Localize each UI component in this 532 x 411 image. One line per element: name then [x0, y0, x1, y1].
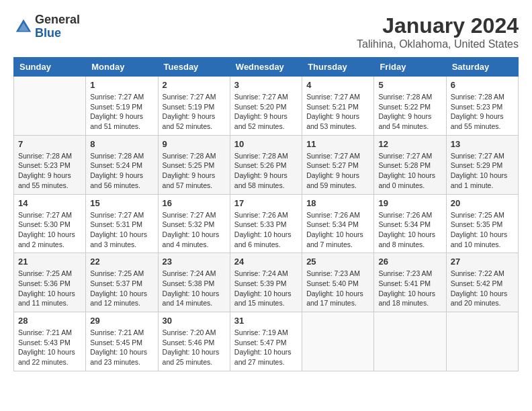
calendar-cell: 29Sunrise: 7:21 AMSunset: 5:45 PMDayligh… [86, 312, 158, 371]
header-sunday: Sunday [14, 58, 86, 77]
day-info: Sunrise: 7:27 AMSunset: 5:21 PMDaylight:… [306, 92, 369, 132]
day-number: 6 [451, 80, 514, 90]
calendar-cell: 3Sunrise: 7:27 AMSunset: 5:20 PMDaylight… [230, 77, 302, 136]
calendar-cell: 7Sunrise: 7:28 AMSunset: 5:23 PMDaylight… [14, 135, 86, 194]
calendar-cell [374, 312, 446, 371]
calendar-cell [302, 312, 374, 371]
calendar-cell [446, 312, 518, 371]
calendar-cell: 10Sunrise: 7:28 AMSunset: 5:26 PMDayligh… [230, 135, 302, 194]
day-info: Sunrise: 7:27 AMSunset: 5:28 PMDaylight:… [378, 151, 441, 191]
day-number: 31 [234, 316, 298, 326]
calendar-cell: 23Sunrise: 7:24 AMSunset: 5:38 PMDayligh… [158, 253, 230, 312]
header: General Blue January 2024 Talihina, Okla… [13, 13, 519, 50]
day-info: Sunrise: 7:25 AMSunset: 5:35 PMDaylight:… [451, 210, 514, 250]
day-number: 26 [378, 257, 441, 267]
day-info: Sunrise: 7:24 AMSunset: 5:39 PMDaylight:… [234, 269, 298, 308]
day-number: 17 [234, 198, 298, 208]
calendar-cell: 12Sunrise: 7:27 AMSunset: 5:28 PMDayligh… [374, 135, 446, 194]
day-info: Sunrise: 7:28 AMSunset: 5:22 PMDaylight:… [378, 92, 441, 132]
calendar-week-2: 7Sunrise: 7:28 AMSunset: 5:23 PMDaylight… [14, 135, 519, 194]
day-number: 11 [306, 139, 369, 149]
calendar-cell: 16Sunrise: 7:27 AMSunset: 5:32 PMDayligh… [158, 194, 230, 253]
calendar-cell: 6Sunrise: 7:28 AMSunset: 5:23 PMDaylight… [446, 77, 518, 136]
header-thursday: Thursday [302, 58, 374, 77]
header-tuesday: Tuesday [158, 58, 230, 77]
day-number: 24 [234, 257, 298, 267]
day-info: Sunrise: 7:27 AMSunset: 5:20 PMDaylight:… [234, 92, 298, 132]
day-info: Sunrise: 7:27 AMSunset: 5:19 PMDaylight:… [90, 92, 153, 132]
day-info: Sunrise: 7:23 AMSunset: 5:41 PMDaylight:… [378, 269, 441, 308]
calendar-cell [14, 77, 86, 136]
calendar-cell: 5Sunrise: 7:28 AMSunset: 5:22 PMDaylight… [374, 77, 446, 136]
day-number: 1 [90, 80, 153, 90]
day-number: 28 [18, 316, 81, 326]
day-number: 15 [90, 198, 153, 208]
logo-text: General Blue [35, 13, 80, 40]
day-number: 4 [306, 80, 369, 90]
day-number: 23 [163, 257, 226, 267]
calendar-week-5: 28Sunrise: 7:21 AMSunset: 5:43 PMDayligh… [14, 312, 519, 371]
day-number: 27 [451, 257, 514, 267]
calendar-table: SundayMondayTuesdayWednesdayThursdayFrid… [13, 57, 519, 371]
day-number: 19 [378, 198, 441, 208]
logo-blue: Blue [35, 27, 80, 40]
title-section: January 2024 Talihina, Oklahoma, United … [357, 13, 519, 50]
logo-icon [13, 17, 34, 37]
header-row: SundayMondayTuesdayWednesdayThursdayFrid… [14, 58, 519, 77]
day-number: 18 [306, 198, 369, 208]
day-info: Sunrise: 7:28 AMSunset: 5:23 PMDaylight:… [18, 151, 81, 191]
calendar-cell: 31Sunrise: 7:19 AMSunset: 5:47 PMDayligh… [230, 312, 302, 371]
calendar-cell: 4Sunrise: 7:27 AMSunset: 5:21 PMDaylight… [302, 77, 374, 136]
calendar-cell: 28Sunrise: 7:21 AMSunset: 5:43 PMDayligh… [14, 312, 86, 371]
day-number: 21 [18, 257, 81, 267]
day-info: Sunrise: 7:19 AMSunset: 5:47 PMDaylight:… [234, 328, 298, 367]
day-number: 2 [163, 80, 226, 90]
calendar-cell: 13Sunrise: 7:27 AMSunset: 5:29 PMDayligh… [446, 135, 518, 194]
day-info: Sunrise: 7:25 AMSunset: 5:37 PMDaylight:… [90, 269, 153, 308]
day-info: Sunrise: 7:26 AMSunset: 5:33 PMDaylight:… [234, 210, 298, 250]
day-number: 29 [90, 316, 153, 326]
day-info: Sunrise: 7:25 AMSunset: 5:36 PMDaylight:… [18, 269, 81, 308]
calendar-cell: 27Sunrise: 7:22 AMSunset: 5:42 PMDayligh… [446, 253, 518, 312]
header-monday: Monday [86, 58, 158, 77]
day-number: 8 [90, 139, 153, 149]
day-info: Sunrise: 7:28 AMSunset: 5:26 PMDaylight:… [234, 151, 298, 191]
day-number: 16 [163, 198, 226, 208]
day-number: 10 [234, 139, 298, 149]
day-info: Sunrise: 7:21 AMSunset: 5:45 PMDaylight:… [90, 328, 153, 367]
calendar-cell: 17Sunrise: 7:26 AMSunset: 5:33 PMDayligh… [230, 194, 302, 253]
day-info: Sunrise: 7:26 AMSunset: 5:34 PMDaylight:… [378, 210, 441, 250]
day-number: 13 [451, 139, 514, 149]
day-info: Sunrise: 7:27 AMSunset: 5:29 PMDaylight:… [451, 151, 514, 191]
day-info: Sunrise: 7:27 AMSunset: 5:32 PMDaylight:… [163, 210, 226, 250]
day-info: Sunrise: 7:27 AMSunset: 5:27 PMDaylight:… [306, 151, 369, 191]
day-info: Sunrise: 7:28 AMSunset: 5:25 PMDaylight:… [163, 151, 226, 191]
day-info: Sunrise: 7:26 AMSunset: 5:34 PMDaylight:… [306, 210, 369, 250]
calendar-title: January 2024 [357, 13, 519, 38]
calendar-header: SundayMondayTuesdayWednesdayThursdayFrid… [14, 58, 519, 77]
day-info: Sunrise: 7:22 AMSunset: 5:42 PMDaylight:… [451, 269, 514, 308]
day-info: Sunrise: 7:28 AMSunset: 5:24 PMDaylight:… [90, 151, 153, 191]
calendar-cell: 20Sunrise: 7:25 AMSunset: 5:35 PMDayligh… [446, 194, 518, 253]
day-info: Sunrise: 7:23 AMSunset: 5:40 PMDaylight:… [306, 269, 369, 308]
calendar-cell: 25Sunrise: 7:23 AMSunset: 5:40 PMDayligh… [302, 253, 374, 312]
calendar-week-1: 1Sunrise: 7:27 AMSunset: 5:19 PMDaylight… [14, 77, 519, 136]
calendar-body: 1Sunrise: 7:27 AMSunset: 5:19 PMDaylight… [14, 77, 519, 371]
calendar-subtitle: Talihina, Oklahoma, United States [357, 38, 519, 50]
calendar-cell: 18Sunrise: 7:26 AMSunset: 5:34 PMDayligh… [302, 194, 374, 253]
calendar-cell: 8Sunrise: 7:28 AMSunset: 5:24 PMDaylight… [86, 135, 158, 194]
calendar-cell: 21Sunrise: 7:25 AMSunset: 5:36 PMDayligh… [14, 253, 86, 312]
day-info: Sunrise: 7:27 AMSunset: 5:19 PMDaylight:… [163, 92, 226, 132]
calendar-cell: 24Sunrise: 7:24 AMSunset: 5:39 PMDayligh… [230, 253, 302, 312]
calendar-cell: 2Sunrise: 7:27 AMSunset: 5:19 PMDaylight… [158, 77, 230, 136]
calendar-cell: 22Sunrise: 7:25 AMSunset: 5:37 PMDayligh… [86, 253, 158, 312]
day-number: 30 [163, 316, 226, 326]
logo: General Blue [13, 13, 80, 40]
day-number: 9 [163, 139, 226, 149]
calendar-cell: 30Sunrise: 7:20 AMSunset: 5:46 PMDayligh… [158, 312, 230, 371]
calendar-cell: 1Sunrise: 7:27 AMSunset: 5:19 PMDaylight… [86, 77, 158, 136]
day-info: Sunrise: 7:21 AMSunset: 5:43 PMDaylight:… [18, 328, 81, 367]
day-number: 20 [451, 198, 514, 208]
day-info: Sunrise: 7:20 AMSunset: 5:46 PMDaylight:… [163, 328, 226, 367]
day-number: 5 [378, 80, 441, 90]
